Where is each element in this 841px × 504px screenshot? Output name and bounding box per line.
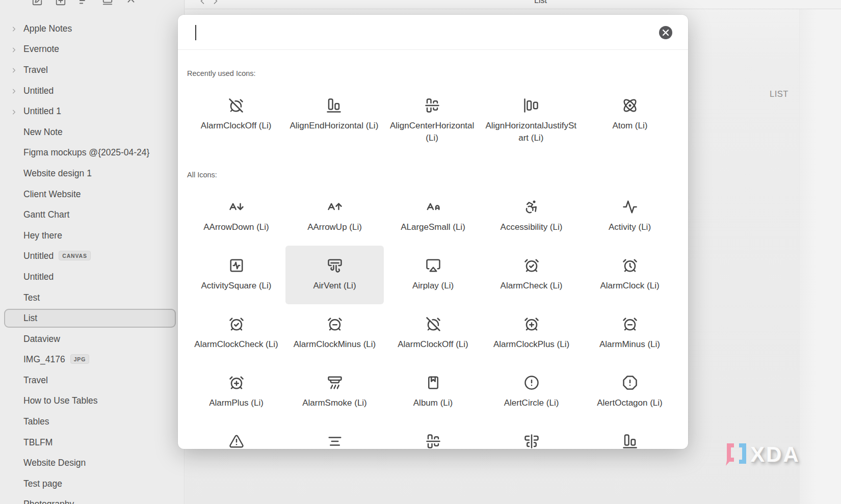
new-note-icon[interactable] [32, 0, 43, 6]
search-input[interactable] [178, 15, 688, 49]
file-list: Apple NotesEvernoteTravelUntitledUntitle… [0, 18, 184, 504]
chevron-right-icon[interactable] [10, 66, 18, 74]
icon-option-album[interactable]: Album (Li) [384, 363, 482, 421]
icon-option-alarm-plus[interactable]: AlarmPlus (Li) [187, 363, 285, 421]
sidebar-item-untitled[interactable]: Untitled [0, 267, 184, 287]
back-icon[interactable] [197, 0, 207, 6]
sidebar-item-img-4176[interactable]: IMG_4176JPG [0, 350, 184, 370]
note-heading: LIST [770, 89, 789, 99]
icon-option-alert-octagon[interactable]: AlertOctagon (Li) [581, 363, 679, 421]
chevron-right-icon[interactable] [10, 108, 18, 115]
icon-option-alert-triangle[interactable] [187, 421, 285, 449]
file-label: Travel [23, 375, 48, 386]
align-center-icon [327, 434, 343, 449]
new-folder-icon[interactable] [55, 0, 66, 6]
icon-option-align-center-horizontal[interactable] [384, 421, 482, 449]
icon-option-align-center[interactable] [285, 421, 384, 449]
icon-option-label: AlarmClockMinus (Li) [294, 338, 376, 351]
file-label: New Note [23, 127, 63, 138]
alert-octagon-icon [622, 375, 638, 390]
activity-icon [622, 199, 638, 215]
icon-option-label: AlarmClockPlus (Li) [493, 338, 569, 351]
icon-option-airplay[interactable]: Airplay (Li) [384, 246, 482, 304]
file-label: Apple Notes [23, 23, 72, 34]
sidebar-item-travel[interactable]: Travel [0, 60, 184, 81]
icon-option-align-end-horizontal[interactable] [581, 421, 679, 449]
sidebar-item-hey-there[interactable]: Hey there [0, 225, 184, 246]
file-label: Untitled [23, 272, 54, 282]
sidebar-item-list[interactable]: List [0, 308, 184, 329]
modal-content: Recently used Icons: AlarmClockOff (Li)A… [178, 50, 688, 449]
align-end-horizontal-icon [622, 434, 638, 449]
sidebar-item-test-page[interactable]: Test page [0, 473, 184, 494]
sidebar-item-new-note[interactable]: New Note [0, 122, 184, 143]
icon-option-label: AlarmMinus (Li) [599, 338, 660, 351]
collapse-all-icon[interactable] [125, 0, 137, 6]
icon-option-alert-circle[interactable]: AlertCircle (Li) [482, 363, 581, 421]
close-button[interactable] [659, 26, 672, 39]
icon-option-align-center-horizontal[interactable]: AlignCenterHorizontal (Li) [383, 86, 481, 156]
icon-option-alarm-clock-minus[interactable]: AlarmClockMinus (Li) [285, 304, 384, 363]
sidebar-item-client-website[interactable]: Client Website [0, 184, 184, 205]
sidebar-item-untitled[interactable]: UntitledCANVAS [0, 246, 184, 267]
align-center-horizontal-icon [426, 434, 441, 449]
icon-option-alarm-smoke[interactable]: AlarmSmoke (Li) [285, 363, 384, 421]
icon-option-alarm-clock[interactable]: AlarmClock (Li) [581, 246, 679, 304]
icon-option-atom[interactable]: Atom (Li) [581, 86, 679, 156]
sidebar-item-evernote[interactable]: Evernote [0, 39, 184, 60]
sidebar-item-how-to-use-tables[interactable]: How to Use Tables [0, 391, 184, 412]
a-large-small-icon [426, 199, 441, 215]
file-label: List [23, 313, 37, 324]
panel-icon[interactable] [102, 0, 113, 6]
chevron-right-icon[interactable] [10, 25, 18, 33]
icon-option-activity-square[interactable]: ActivitySquare (Li) [187, 246, 285, 304]
icon-option-align-end-horizontal[interactable]: AlignEndHorizontal (Li) [285, 86, 383, 156]
tab-title[interactable]: List [534, 0, 547, 5]
sidebar-item-test[interactable]: Test [0, 287, 184, 308]
icon-option-accessibility[interactable]: Accessibility (Li) [482, 187, 581, 246]
icon-option-air-vent[interactable]: AirVent (Li) [285, 246, 384, 304]
align-center-horizontal-icon [425, 98, 440, 113]
sidebar-item-gantt-chart[interactable]: Gantt Chart [0, 204, 184, 225]
sidebar-item-dataview[interactable]: Dataview [0, 329, 184, 350]
align-end-horizontal-icon [326, 98, 341, 113]
file-label: How to Use Tables [23, 395, 98, 406]
icon-option-alarm-clock-off[interactable]: AlarmClockOff (Li) [384, 304, 482, 363]
sidebar-item-website-design-1[interactable]: Website design 1 [0, 163, 184, 184]
chevron-right-icon[interactable] [10, 45, 18, 53]
sidebar-item-travel[interactable]: Travel [0, 370, 184, 391]
alert-circle-icon [524, 375, 539, 390]
alarm-minus-icon [622, 316, 638, 332]
icon-option-a-large-small[interactable]: ALargeSmall (Li) [384, 187, 482, 246]
align-center-vertical-icon [524, 434, 539, 449]
icon-option-label: AlarmPlus (Li) [209, 397, 264, 409]
sidebar-item-tblfm[interactable]: TBLFM [0, 432, 184, 453]
icon-option-activity[interactable]: Activity (Li) [581, 187, 679, 246]
sidebar-item-apple-notes[interactable]: Apple Notes [0, 18, 184, 39]
icon-option-alarm-clock-off[interactable]: AlarmClockOff (Li) [187, 86, 285, 156]
icon-option-align-horizontal-justify-start[interactable]: AlignHorizontalJustifyStart (Li) [481, 86, 581, 156]
icon-option-alarm-minus[interactable]: AlarmMinus (Li) [581, 304, 679, 363]
sidebar-item-untitled[interactable]: Untitled [0, 81, 184, 101]
alarm-check-icon [524, 258, 539, 273]
icon-option-a-arrow-down[interactable]: AArrowDown (Li) [187, 187, 285, 246]
sidebar-item-figma-mockups-2025-04-24-[interactable]: Figma mockups @{2025-04-24} [0, 143, 184, 164]
icon-option-a-arrow-up[interactable]: AArrowUp (Li) [285, 187, 384, 246]
file-label: Test page [23, 479, 62, 489]
forward-icon[interactable] [211, 0, 221, 6]
sort-order-icon[interactable] [78, 0, 90, 6]
icon-option-align-center-vertical[interactable] [482, 421, 581, 449]
icon-option-label: Activity (Li) [609, 221, 651, 233]
sidebar-item-photography[interactable]: Photography [0, 494, 184, 504]
chevron-right-icon[interactable] [10, 87, 18, 95]
sidebar-item-untitled-1[interactable]: Untitled 1 [0, 101, 184, 122]
album-icon [426, 375, 441, 390]
icon-option-alarm-check[interactable]: AlarmCheck (Li) [482, 246, 581, 304]
sidebar-item-website-design[interactable]: Website Design [0, 453, 184, 473]
file-type-badge: CANVAS [59, 251, 90, 260]
alarm-clock-off-icon [228, 98, 244, 113]
sidebar-item-tables[interactable]: Tables [0, 411, 184, 432]
file-label: Untitled 1 [23, 106, 61, 117]
icon-option-alarm-clock-check[interactable]: AlarmClockCheck (Li) [187, 304, 285, 363]
icon-option-alarm-clock-plus[interactable]: AlarmClockPlus (Li) [482, 304, 581, 363]
